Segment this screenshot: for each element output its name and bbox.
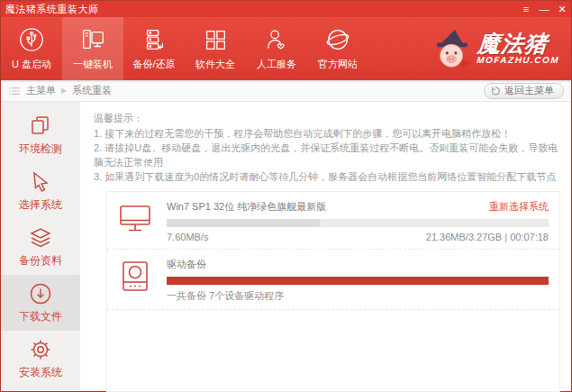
nav-label: 一键装机 [73,58,113,71]
sidebar-item-backup-data[interactable]: 备份资料 [1,219,80,275]
brand-wordmark: 魔法猪 MOFAZHU.COM [477,32,562,65]
sidebar-label: 备份资料 [19,253,62,269]
gear-icon [29,338,52,361]
download-progress-bar [167,219,549,227]
undo-arrow-icon [490,86,501,96]
sidebar-item-download-files[interactable]: 下载文件 [1,275,80,331]
drive-icon [118,260,154,296]
sidebar-label: 安装系统 [19,365,62,380]
download-title: Win7 SP1 32位 纯净绿色旗舰最新版 [167,200,326,214]
sidebar-item-env-check[interactable]: 环境检测 [1,107,80,163]
pig-mascot-icon [432,27,474,74]
download-stats: 21.36MB/3.27GB | 00:07:18 [426,232,549,242]
breadcrumb-root[interactable]: 主菜单 [26,84,56,97]
globe-icon [324,26,351,53]
sidebar-label: 环境检测 [19,141,62,157]
app-window: 魔法猪系统重装大师 ≡ — ✕ U 盘启动 一键 [0,0,572,392]
software-grid-icon [202,26,229,53]
brand-domain: MOFAZHU.COM [477,55,560,65]
sidebar-item-install-system[interactable]: 安装系统 [1,331,80,387]
usb-icon [18,26,45,53]
reselect-system-link[interactable]: 重新选择系统 [489,200,549,214]
content-area: 温馨提示： 1. 接下来的过程无需您的干预，程序会帮助您自动完成剩下的步骤，您可… [80,102,571,391]
brand-name: 魔法猪 [477,32,549,55]
breadcrumb-current: 系统重装 [72,84,112,97]
tip-line: 2. 请拔掉U盘、移动硬盘，退出光驱内的光盘，并保证系统重装过程不断电。否则重装… [94,141,564,169]
body: 环境检测 选择系统 备份资料 [1,102,571,391]
sidebar-item-select-system[interactable]: 选择系统 [1,163,80,219]
cursor-icon [29,170,52,194]
download-panel: Win7 SP1 32位 纯净绿色旗舰最新版 重新选择系统 7.60MB/s 2… [106,191,560,392]
layers-icon [29,226,52,250]
nav-label: 人工服务 [257,58,296,71]
nav-item-usb-boot[interactable]: U 盘启动 [1,17,62,80]
minimize-icon[interactable]: — [535,1,553,17]
download-row-driver-backup: 驱动备份 一共备份 7个设备驱动程序 [107,250,559,310]
backup-restore-icon [141,26,168,53]
close-icon[interactable]: ✕ [553,1,571,17]
backup-progress-fill [167,277,549,285]
computer-icon [79,26,106,53]
monitor-icon [118,202,154,238]
backup-progress-bar [167,277,549,285]
download-icon [29,282,52,305]
back-to-menu-button[interactable]: 返回主菜单 [484,83,564,99]
download-speed: 7.60MB/s [167,232,208,242]
nav-label: U 盘启动 [12,58,51,71]
chevron-right-icon: ▶ [61,87,67,95]
title-bar: 魔法猪系统重装大师 ≡ — ✕ [1,1,571,17]
menu-icon[interactable]: ≡ [517,1,535,17]
documents-icon [29,114,52,138]
nav-label: 备份/还原 [132,58,175,71]
nav-label: 官方网站 [318,58,358,71]
backup-info: 驱动备份 一共备份 7个设备驱动程序 [167,258,549,303]
support-person-icon [263,26,290,53]
warm-tips: 温馨提示： 1. 接下来的过程无需您的干预，程序会帮助您自动完成剩下的步骤，您可… [94,111,564,184]
nav-item-official-site[interactable]: 官方网站 [307,17,368,80]
nav-item-human-service[interactable]: 人工服务 [246,17,307,80]
window-controls: ≡ — ✕ [517,1,571,17]
list-icon [8,86,21,96]
tip-line: 1. 接下来的过程无需您的干预，程序会帮助您自动完成剩下的步骤，您可以离开电脑稍… [94,126,564,141]
sidebar-label: 下载文件 [19,309,62,324]
breadcrumb-bar: 主菜单 ▶ 系统重装 返回主菜单 [1,80,571,102]
tips-title: 温馨提示： [94,111,564,125]
download-info: Win7 SP1 32位 纯净绿色旗舰最新版 重新选择系统 7.60MB/s 2… [167,200,549,242]
main-nav: U 盘启动 一键装机 备份/还原 [1,17,571,80]
backup-summary: 一共备份 7个设备驱动程序 [167,289,284,303]
step-sidebar: 环境检测 选择系统 备份资料 [1,102,80,391]
nav-label: 软件大全 [195,58,235,71]
back-button-label: 返回主菜单 [504,84,554,97]
sidebar-label: 选择系统 [19,197,62,213]
brand-logo: 魔法猪 MOFAZHU.COM [432,17,560,80]
nav-item-software-collection[interactable]: 软件大全 [185,17,246,80]
backup-title: 驱动备份 [167,258,206,271]
nav-item-backup-restore[interactable]: 备份/还原 [123,17,185,80]
window-title: 魔法猪系统重装大师 [1,3,99,16]
nav-item-one-click-install[interactable]: 一键装机 [62,17,123,80]
download-row-win7: Win7 SP1 32位 纯净绿色旗舰最新版 重新选择系统 7.60MB/s 2… [107,192,559,250]
download-progress-fill [167,219,320,227]
tip-line: 3. 如果遇到下载速度为0的情况时请耐心等待几分钟，服务器会自动根据您当前网络位… [94,169,564,184]
